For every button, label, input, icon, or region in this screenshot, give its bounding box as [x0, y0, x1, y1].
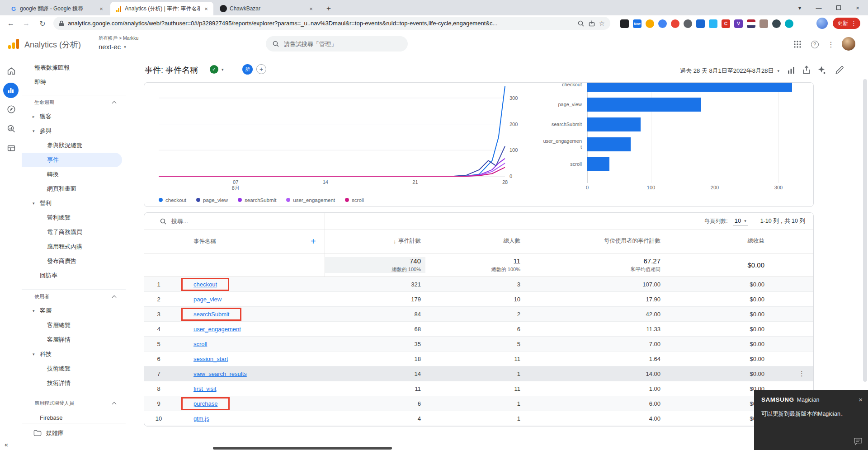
- nav-item-tech[interactable]: ▾科技: [22, 347, 126, 361]
- ga-search-input[interactable]: [284, 41, 392, 47]
- table-search-input[interactable]: [171, 218, 271, 225]
- emoji-extension-icon[interactable]: [646, 19, 654, 28]
- table-row[interactable]: 8first_visit11111.00$0.00: [144, 381, 813, 396]
- nav-item-realtime[interactable]: 即時: [22, 75, 126, 89]
- event-name-link[interactable]: user_engagement: [193, 326, 241, 333]
- nav-item-demographics-overview[interactable]: 客層總覽: [22, 318, 126, 333]
- column-total-revenue[interactable]: 總收益: [748, 237, 765, 246]
- feedback-icon[interactable]: [854, 437, 863, 445]
- table-row[interactable]: 4user_engagement68611.33$0.00: [144, 322, 813, 337]
- table-row[interactable]: 6session_start18111.64$0.00: [144, 352, 813, 366]
- flag-extension-icon[interactable]: [747, 19, 755, 28]
- event-name-link[interactable]: gtm.js: [193, 415, 209, 422]
- tab-close-icon[interactable]: ×: [98, 5, 105, 12]
- snowflake-extension-icon[interactable]: [709, 19, 717, 28]
- nav-item-tech-overview[interactable]: 技術總覽: [22, 361, 126, 376]
- blue-square-extension-icon[interactable]: [696, 19, 705, 28]
- nav-section-app-developer[interactable]: 應用程式開發人員: [22, 396, 126, 410]
- apps-grid-icon[interactable]: [792, 39, 803, 50]
- admin-table-icon[interactable]: [6, 143, 17, 154]
- browser-menu-icon[interactable]: ⋮: [851, 20, 857, 27]
- nav-item-retention[interactable]: 回訪率: [22, 268, 126, 283]
- nav-item-monetization-overview[interactable]: 營利總覽: [22, 211, 126, 225]
- account-switcher[interactable]: 所有帳戶 > Markku next-ec ▾: [99, 35, 138, 51]
- browser-tab-chawkbazar[interactable]: ChawkBazar ×: [215, 2, 318, 15]
- tab-close-icon[interactable]: ×: [203, 5, 210, 12]
- add-dimension-icon[interactable]: +: [311, 236, 316, 247]
- nav-item-demographics-details[interactable]: 客層詳情: [22, 333, 126, 347]
- update-button[interactable]: 更新 ⋮: [833, 18, 860, 29]
- advertising-icon[interactable]: [6, 123, 17, 134]
- table-row[interactable]: 7view_search_results14114.00$0.00⋮: [144, 366, 813, 381]
- event-name-link[interactable]: view_search_results: [193, 370, 247, 377]
- rows-per-page-select[interactable]: 10 ▾: [733, 217, 748, 225]
- nav-item-conversions[interactable]: 轉換: [22, 167, 126, 182]
- zoom-icon[interactable]: [577, 20, 585, 27]
- row-menu-icon[interactable]: ⋮: [798, 370, 805, 378]
- column-total-users[interactable]: 總人數: [504, 237, 521, 246]
- nav-item-library[interactable]: 媒體庫: [22, 423, 126, 443]
- table-row[interactable]: 5scroll3557.00$0.00: [144, 337, 813, 352]
- orange-circle-extension-icon[interactable]: [671, 19, 679, 28]
- help-icon[interactable]: ?: [809, 39, 820, 50]
- table-row[interactable]: 2page_view1791017.90$0.00: [144, 292, 813, 307]
- teal-extension-icon[interactable]: [785, 19, 793, 28]
- nav-item-pages-screens[interactable]: 網頁和畫面: [22, 182, 126, 196]
- tan-extension-icon[interactable]: [760, 19, 768, 28]
- sort-descending-icon[interactable]: ↓: [393, 239, 396, 245]
- new-badge-extension-icon[interactable]: New: [633, 19, 642, 28]
- more-options-icon[interactable]: ⋮: [826, 39, 836, 50]
- nav-item-engagement-overview[interactable]: 參與狀況總覽: [22, 138, 126, 153]
- nav-item-ecommerce-purchases[interactable]: 電子商務購買: [22, 225, 126, 239]
- table-row[interactable]: 3searchSubmit84242.00$0.00: [144, 307, 813, 322]
- home-icon[interactable]: [6, 66, 17, 76]
- horizontal-scrollbar[interactable]: [213, 447, 392, 450]
- window-close-icon[interactable]: ×: [848, 0, 867, 15]
- nav-item-demographics[interactable]: ▾客層: [22, 304, 126, 318]
- red-square-extension-icon[interactable]: C: [722, 19, 730, 28]
- collapse-nav-icon[interactable]: «: [5, 441, 8, 448]
- send-to-device-icon[interactable]: [588, 20, 595, 27]
- edit-pencil-icon[interactable]: [834, 65, 845, 75]
- insights-icon[interactable]: [816, 65, 827, 75]
- table-row[interactable]: 9purchase616.00$0.00: [144, 396, 813, 411]
- share-icon[interactable]: [801, 65, 812, 75]
- event-name-link[interactable]: purchase: [193, 400, 217, 407]
- browser-tab-analytics[interactable]: Analytics (分析) | 事件: 事件名稱 ×: [110, 2, 213, 15]
- tab-search-icon[interactable]: ▾: [790, 0, 809, 15]
- nav-section-user[interactable]: 使用者: [22, 289, 126, 304]
- analytics-logo[interactable]: [8, 39, 19, 49]
- user-avatar[interactable]: [842, 37, 855, 51]
- event-name-link[interactable]: page_view: [193, 296, 222, 303]
- navy-extension-icon[interactable]: [772, 19, 781, 28]
- event-name-link[interactable]: session_start: [193, 356, 228, 362]
- customize-report-icon[interactable]: [786, 65, 797, 75]
- add-comparison-button[interactable]: +: [256, 64, 266, 74]
- event-name-link[interactable]: checkout: [193, 281, 217, 288]
- table-row[interactable]: 1checkout3213107.00$0.00: [144, 277, 813, 292]
- nav-item-monetization[interactable]: ▾營利: [22, 196, 126, 211]
- column-event-name[interactable]: 事件名稱: [193, 238, 216, 245]
- popup-close-icon[interactable]: ×: [859, 396, 863, 403]
- gear-extension-icon[interactable]: [684, 19, 692, 28]
- event-name-link[interactable]: scroll: [193, 341, 207, 347]
- explore-icon[interactable]: [6, 104, 17, 115]
- reload-icon[interactable]: ↻: [36, 17, 49, 30]
- browser-profile-avatar[interactable]: [816, 18, 828, 29]
- table-row[interactable]: 10gtm.js414.00$0.00: [144, 411, 813, 426]
- browser-tab-google[interactable]: G google 翻譯 - Google 搜尋 ×: [5, 2, 108, 15]
- maximize-icon[interactable]: [829, 0, 848, 15]
- nav-item-engagement[interactable]: ▾參與: [22, 124, 126, 138]
- event-name-link[interactable]: searchSubmit: [193, 311, 229, 318]
- bookmark-star-icon[interactable]: ☆: [599, 19, 605, 28]
- column-event-count[interactable]: 事件計數: [398, 237, 421, 246]
- nav-item-publisher-ads[interactable]: 發布商廣告: [22, 254, 126, 268]
- blue-circle-extension-icon[interactable]: [658, 19, 667, 28]
- nav-item-events[interactable]: 事件: [22, 153, 122, 167]
- comparison-chip[interactable]: 所: [242, 64, 253, 75]
- forward-icon[interactable]: →: [20, 17, 33, 30]
- date-range-selector[interactable]: 過去 28 天 8月1日至2022年8月28日 ▾: [680, 67, 779, 75]
- back-icon[interactable]: ←: [5, 17, 17, 30]
- reports-icon[interactable]: [3, 83, 19, 98]
- pen-extension-icon[interactable]: [620, 19, 629, 28]
